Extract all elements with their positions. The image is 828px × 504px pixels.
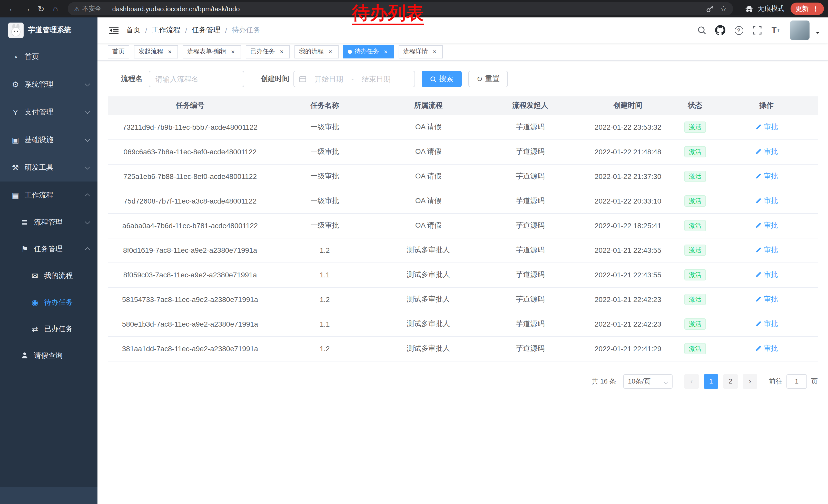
close-icon[interactable]: × <box>327 48 334 55</box>
page-button-1[interactable]: 1 <box>704 374 718 388</box>
font-size-icon[interactable]: TT <box>769 23 783 37</box>
approve-link[interactable]: 审批 <box>755 221 778 230</box>
approve-link[interactable]: 审批 <box>755 245 778 255</box>
sidebar-item-infra[interactable]: ▣ 基础设施 <box>0 126 97 154</box>
star-icon[interactable]: ☆ <box>720 4 727 13</box>
cell-process: OA 请假 <box>377 115 480 139</box>
tab-home[interactable]: 首页 <box>108 45 129 58</box>
sidebar-item-workflow[interactable]: ▤ 工作流程 <box>0 182 97 209</box>
approve-link[interactable]: 审批 <box>755 295 778 304</box>
approve-link[interactable]: 审批 <box>755 147 778 156</box>
approve-link[interactable]: 审批 <box>755 172 778 181</box>
prev-page-button[interactable]: ‹ <box>685 374 699 388</box>
tab-my-process[interactable]: 我的流程 × <box>294 45 339 58</box>
page-button-2[interactable]: 2 <box>723 374 738 388</box>
sidebar-item-label: 任务管理 <box>34 244 63 254</box>
annotation-todo-list: 待办列表 <box>352 3 424 25</box>
tab-start-process[interactable]: 发起流程 × <box>134 45 178 58</box>
status-badge: 激活 <box>685 343 706 354</box>
tab-label: 发起流程 <box>138 47 163 56</box>
close-icon[interactable]: × <box>278 48 285 55</box>
close-icon[interactable]: × <box>431 48 438 55</box>
forward-icon[interactable]: → <box>19 2 34 16</box>
cell-create-time: 2022-01-21 22:42:23 <box>581 287 675 312</box>
yen-icon: ¥ <box>9 108 22 117</box>
help-icon[interactable]: ? <box>732 23 746 37</box>
caret-down-icon[interactable] <box>816 32 820 36</box>
tab-todo-tasks[interactable]: 待办任务 × <box>343 45 394 58</box>
tab-process-detail[interactable]: 流程详情 × <box>399 45 443 58</box>
close-icon[interactable]: × <box>229 48 237 55</box>
security-label: 不安全 <box>82 4 101 13</box>
sidebar-item-label: 请假查询 <box>34 351 63 360</box>
next-page-button[interactable]: › <box>743 374 757 388</box>
sidebar-item-system[interactable]: ⚙ 系统管理 <box>0 71 97 98</box>
approve-link[interactable]: 审批 <box>755 344 778 353</box>
breadcrumb-home[interactable]: 首页 <box>126 26 140 35</box>
more-vert-icon[interactable]: ⋮ <box>812 5 819 12</box>
active-dot <box>348 49 352 54</box>
start-date-input[interactable] <box>309 75 348 83</box>
sidebar-item-my-process[interactable]: ✉ 我的流程 <box>0 263 97 289</box>
logo[interactable]: 芋道管理系统 <box>0 17 97 43</box>
sidebar-item-process-mgmt[interactable]: ≣ 流程管理 <box>0 209 97 236</box>
goto-page-input[interactable] <box>786 374 807 388</box>
tab-form-edit[interactable]: 流程表单-编辑 × <box>182 45 241 58</box>
arrows-icon: ⇄ <box>29 325 41 334</box>
approve-label: 审批 <box>763 295 778 304</box>
reload-icon[interactable]: ↻ <box>34 2 48 16</box>
avatar[interactable] <box>790 20 810 40</box>
sidebar-item-devtools[interactable]: ⚒ 研发工具 <box>0 154 97 182</box>
cell-task-name: 一级审批 <box>273 115 377 139</box>
update-button[interactable]: 更新 ⋮ <box>791 3 824 15</box>
security-indicator[interactable]: ⚠ 不安全 <box>74 4 101 13</box>
calendar-icon <box>299 75 306 83</box>
cell-task-id: 069c6a63-7b8a-11ec-8ef0-acde48001122 <box>108 139 273 164</box>
fullscreen-icon[interactable] <box>750 23 764 37</box>
key-icon[interactable] <box>706 5 714 13</box>
sidebar-item-payment[interactable]: ¥ 支付管理 <box>0 98 97 126</box>
approve-link[interactable]: 审批 <box>755 122 778 132</box>
sidebar-item-todo-tasks[interactable]: ◉ 待办任务 <box>0 289 97 316</box>
col-create-time: 创建时间 <box>581 96 675 115</box>
back-icon[interactable]: ← <box>5 2 19 16</box>
reset-button[interactable]: ↻ 重置 <box>468 71 508 87</box>
page-size-select[interactable]: 10条/页 <box>623 374 672 388</box>
approve-label: 审批 <box>763 196 778 205</box>
collapse-sidebar-icon[interactable] <box>106 22 122 39</box>
breadcrumb-separator: / <box>145 26 147 34</box>
sidebar-item-done-tasks[interactable]: ⇄ 已办任务 <box>0 316 97 342</box>
cell-initiator: 芋道源码 <box>480 263 581 287</box>
date-range-picker[interactable]: - <box>293 71 415 87</box>
approve-link[interactable]: 审批 <box>755 319 778 329</box>
cell-action: 审批 <box>715 213 818 238</box>
search-button-label: 搜索 <box>439 74 454 84</box>
github-icon[interactable] <box>713 23 728 37</box>
cell-process: OA 请假 <box>377 189 480 213</box>
sidebar-item-home[interactable]: ◔ 首页 <box>0 43 97 71</box>
edit-icon <box>755 173 761 180</box>
search-button[interactable]: 搜索 <box>422 71 462 87</box>
total-count: 共 16 条 <box>592 377 616 386</box>
search-icon[interactable] <box>695 23 709 37</box>
breadcrumb-workflow[interactable]: 工作流程 <box>152 26 180 35</box>
sidebar-item-task-mgmt[interactable]: ⚑ 任务管理 <box>0 236 97 263</box>
close-icon[interactable]: × <box>382 48 389 55</box>
approve-link[interactable]: 审批 <box>755 270 778 279</box>
cell-process: 测试多审批人 <box>377 287 480 312</box>
breadcrumb-separator: / <box>185 26 187 34</box>
table-row: 8f0d1619-7ac8-11ec-a9e2-a2380e71991a 1.2… <box>108 238 818 263</box>
home-icon[interactable]: ⌂ <box>48 2 63 16</box>
approve-link[interactable]: 审批 <box>755 196 778 205</box>
cell-action: 审批 <box>715 139 818 164</box>
status-badge: 激活 <box>685 171 706 182</box>
process-name-input[interactable] <box>149 71 244 87</box>
close-icon[interactable]: × <box>166 48 173 55</box>
end-date-input[interactable] <box>357 75 396 83</box>
tab-done-tasks[interactable]: 已办任务 × <box>246 45 290 58</box>
sidebar-item-leave-query[interactable]: 请假查询 <box>0 342 97 369</box>
cell-process: OA 请假 <box>377 213 480 238</box>
breadcrumb-task-mgmt[interactable]: 任务管理 <box>192 26 220 35</box>
cell-initiator: 芋道源码 <box>480 213 581 238</box>
status-badge: 激活 <box>685 146 706 157</box>
